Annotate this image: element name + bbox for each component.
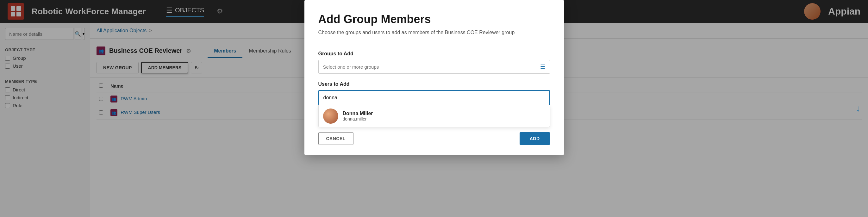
dropdown-user-info: Donna Miller donna.miller xyxy=(343,111,373,121)
groups-list-icon[interactable]: ☰ xyxy=(536,60,550,73)
groups-input-row: ☰ xyxy=(318,60,550,74)
dropdown-user-email: donna.miller xyxy=(343,116,373,121)
users-input[interactable] xyxy=(318,90,550,105)
groups-label: Groups to Add xyxy=(318,51,550,57)
users-label: Users to Add xyxy=(318,81,550,87)
modal-footer: CANCEL ADD xyxy=(318,132,550,145)
donna-avatar-img xyxy=(323,108,338,124)
modal-subtitle: Choose the groups and users to add as me… xyxy=(318,30,550,35)
modal-divider xyxy=(318,43,550,43)
add-button[interactable]: ADD xyxy=(520,132,550,145)
dropdown-user-name: Donna Miller xyxy=(343,111,373,116)
groups-input[interactable] xyxy=(319,64,536,70)
modal-title: Add Group Members xyxy=(318,13,550,26)
download-arrow[interactable]: ↓ xyxy=(856,103,860,114)
cancel-button[interactable]: CANCEL xyxy=(318,132,353,145)
donna-avatar xyxy=(323,108,338,124)
add-group-members-modal: Add Group Members Choose the groups and … xyxy=(304,0,564,155)
modal-overlay: Add Group Members Choose the groups and … xyxy=(0,0,868,217)
list-icon-symbol: ☰ xyxy=(540,63,545,70)
user-dropdown-result[interactable]: Donna Miller donna.miller xyxy=(318,105,550,127)
download-arrow-icon: ↓ xyxy=(856,103,860,113)
